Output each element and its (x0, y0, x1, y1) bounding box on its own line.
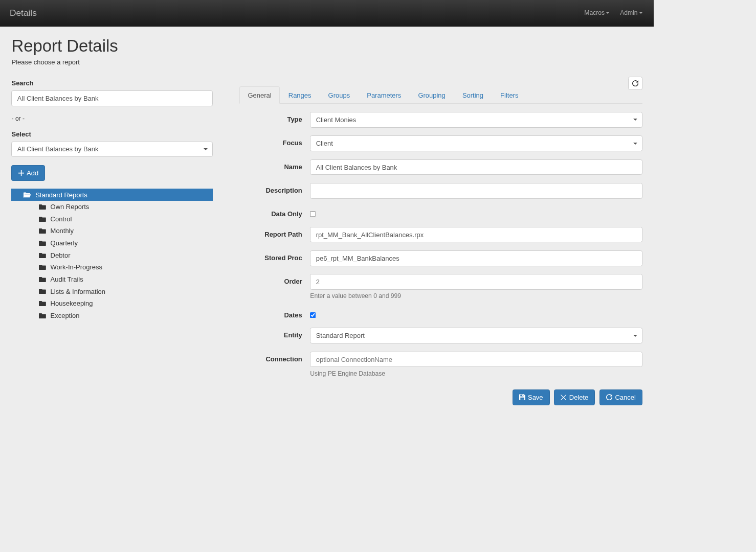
refresh-icon (632, 80, 638, 86)
tree-item-label: Monthly (51, 227, 74, 235)
description-label: Description (239, 183, 310, 194)
search-label: Search (11, 79, 213, 87)
tree-item-label: Debtor (51, 251, 71, 259)
focus-label: Focus (239, 135, 310, 147)
close-icon (561, 395, 566, 400)
dataonly-checkbox[interactable] (310, 211, 316, 217)
save-label: Save (528, 394, 543, 401)
caret-down-icon (639, 12, 642, 14)
folder-icon (39, 288, 46, 294)
admin-menu[interactable]: Admin (620, 9, 644, 16)
cancel-button[interactable]: Cancel (599, 389, 642, 405)
folder-icon (39, 216, 46, 222)
tree-item[interactable]: Own Reports (11, 201, 213, 213)
tab-groups[interactable]: Groups (320, 86, 359, 104)
refresh-button[interactable] (628, 77, 642, 90)
macros-menu[interactable]: Macros (584, 9, 611, 16)
order-input[interactable] (310, 274, 642, 290)
delete-label: Delete (569, 394, 589, 401)
name-label: Name (239, 159, 310, 171)
tree-item[interactable]: Lists & Information (11, 285, 213, 297)
add-button[interactable]: Add (11, 165, 45, 181)
tab-filters[interactable]: Filters (492, 86, 527, 104)
top-navbar: Details Macros Admin (0, 0, 654, 27)
folder-icon (39, 264, 46, 270)
add-label: Add (27, 169, 38, 177)
order-label: Order (239, 274, 310, 285)
search-input[interactable] (11, 90, 213, 106)
folder-icon (39, 301, 46, 306)
tree-item[interactable]: Debtor (11, 249, 213, 261)
type-select[interactable]: Client Monies (310, 112, 642, 128)
order-help: Enter a value between 0 and 999 (310, 292, 642, 300)
tree-item-label: Housekeeping (51, 300, 93, 307)
dataonly-label: Data Only (239, 206, 310, 218)
save-button[interactable]: Save (513, 389, 550, 405)
report-tree[interactable]: Standard Reports Own Reports Control Mon… (11, 189, 213, 339)
folder-open-icon (23, 192, 31, 198)
macros-label: Macros (584, 9, 605, 16)
description-input[interactable] (310, 183, 642, 199)
folder-icon (39, 313, 46, 318)
tree-item[interactable]: Audit Trails (11, 273, 213, 286)
reportpath-label: Report Path (239, 227, 310, 238)
tree-item[interactable]: Control (11, 213, 213, 225)
report-select[interactable]: All Client Balances by Bank (11, 142, 213, 157)
navbar-brand[interactable]: Details (10, 8, 37, 18)
connection-help: Using PE Engine Database (310, 370, 642, 377)
delete-button[interactable]: Delete (554, 389, 595, 405)
reportpath-input[interactable] (310, 227, 642, 243)
tree-root-label: Standard Reports (35, 191, 87, 199)
tree-item[interactable]: Housekeeping (11, 297, 213, 310)
tree-item[interactable]: Quarterly (11, 237, 213, 249)
tree-item-label: Own Reports (51, 203, 90, 211)
caret-down-icon (606, 12, 609, 14)
or-text: - or - (11, 115, 213, 122)
tree-item[interactable]: Exception (11, 310, 213, 322)
admin-label: Admin (620, 9, 637, 16)
connection-label: Connection (239, 352, 310, 363)
tab-sorting[interactable]: Sorting (454, 86, 492, 104)
folder-icon (39, 277, 46, 282)
folder-icon (39, 252, 46, 258)
type-label: Type (239, 112, 310, 123)
tree-root[interactable]: Standard Reports (11, 189, 213, 201)
save-icon (519, 394, 525, 400)
focus-select[interactable]: Client (310, 135, 642, 151)
tab-grouping[interactable]: Grouping (410, 86, 454, 104)
plus-icon (18, 170, 24, 176)
tab-ranges[interactable]: Ranges (280, 86, 320, 104)
page-title: Report Details (11, 36, 642, 56)
tree-item-label: Work-In-Progress (51, 263, 102, 271)
tree-item-label: Exception (51, 312, 80, 319)
page-subtitle: Please choose a report (11, 58, 642, 66)
entity-select[interactable]: Standard Report (310, 328, 642, 343)
tree-item[interactable]: Work-In-Progress (11, 261, 213, 273)
name-input[interactable] (310, 159, 642, 175)
folder-icon (39, 204, 46, 210)
tree-item-label: Audit Trails (51, 275, 83, 283)
storedproc-label: Stored Proc (239, 250, 310, 262)
refresh-icon (606, 394, 612, 400)
folder-icon (39, 240, 46, 246)
tree-item-label: Control (51, 215, 72, 223)
dates-checkbox[interactable] (310, 312, 316, 318)
dates-label: Dates (239, 308, 310, 319)
select-label: Select (11, 130, 213, 138)
tab-general[interactable]: General (239, 86, 280, 104)
tree-item[interactable]: Monthly (11, 225, 213, 237)
folder-icon (39, 228, 46, 234)
tree-item-label: Quarterly (51, 239, 78, 247)
tab-parameters[interactable]: Parameters (359, 86, 410, 104)
connection-input[interactable] (310, 352, 642, 367)
tabs: General Ranges Groups Parameters Groupin… (239, 86, 642, 104)
cancel-label: Cancel (615, 394, 636, 401)
tree-item-label: Lists & Information (51, 288, 105, 295)
storedproc-input[interactable] (310, 250, 642, 266)
entity-label: Entity (239, 328, 310, 339)
